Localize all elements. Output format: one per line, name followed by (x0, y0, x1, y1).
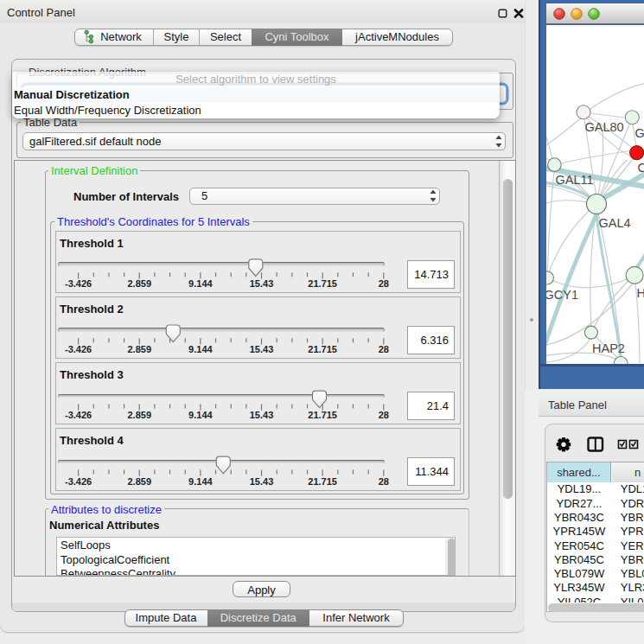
svg-text:GCY1: GCY1 (546, 288, 578, 302)
svg-text:C: C (638, 161, 644, 175)
svg-text:HAP2: HAP2 (592, 341, 625, 355)
svg-text:GAL11: GAL11 (556, 173, 594, 187)
svg-text:GAL4: GAL4 (599, 216, 631, 230)
svg-text:GA: GA (635, 126, 644, 140)
svg-text:H: H (636, 286, 644, 300)
svg-text:GAL80: GAL80 (585, 120, 624, 134)
